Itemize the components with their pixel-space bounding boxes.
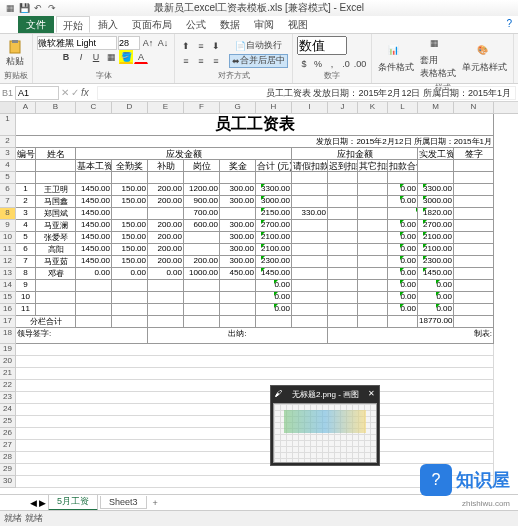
cell[interactable]: 300.00 [220, 256, 256, 268]
cell[interactable] [328, 208, 358, 220]
cell[interactable] [454, 316, 494, 328]
cell[interactable] [16, 344, 494, 356]
align-center-icon[interactable]: ≡ [194, 54, 208, 68]
cell[interactable] [454, 256, 494, 268]
cell[interactable] [220, 304, 256, 316]
cell[interactable]: 签字 [454, 148, 494, 160]
cell[interactable]: 150.00 [112, 184, 148, 196]
cell[interactable] [454, 220, 494, 232]
cell[interactable] [358, 196, 388, 208]
cell[interactable] [112, 172, 148, 184]
cell[interactable] [358, 256, 388, 268]
cell[interactable] [36, 304, 76, 316]
cell[interactable]: 邓睿 [36, 268, 76, 280]
cell[interactable] [292, 292, 328, 304]
cell[interactable] [112, 304, 148, 316]
col-header[interactable]: C [76, 102, 112, 113]
cell[interactable] [220, 316, 256, 328]
number-format-select[interactable] [297, 36, 347, 55]
cell[interactable] [358, 268, 388, 280]
cell[interactable] [358, 304, 388, 316]
align-right-icon[interactable]: ≡ [209, 54, 223, 68]
cell[interactable]: 1200.00 [184, 184, 220, 196]
cell[interactable] [358, 244, 388, 256]
cell[interactable]: 3300.00 [256, 184, 292, 196]
row-header[interactable]: 29 [0, 464, 16, 476]
cell[interactable]: 700.00 [184, 208, 220, 220]
cell[interactable] [256, 316, 292, 328]
cell[interactable] [16, 160, 36, 172]
cell[interactable] [328, 292, 358, 304]
cell[interactable] [328, 268, 358, 280]
tab-review[interactable]: 审阅 [248, 16, 280, 33]
cell[interactable]: 450.00 [220, 268, 256, 280]
cell[interactable]: 300.00 [220, 184, 256, 196]
cell[interactable] [328, 172, 358, 184]
sig-maker[interactable]: 制表: [328, 328, 494, 344]
row-header[interactable]: 12 [0, 256, 16, 268]
cell[interactable]: 2150.00 [256, 208, 292, 220]
tab-formulas[interactable]: 公式 [180, 16, 212, 33]
percent-icon[interactable]: % [311, 57, 325, 71]
cell[interactable] [328, 220, 358, 232]
col-header[interactable]: B [36, 102, 76, 113]
cell[interactable] [16, 356, 494, 368]
tab-home[interactable]: 开始 [56, 16, 90, 33]
row-header[interactable]: 26 [0, 428, 16, 440]
row-header[interactable]: 6 [0, 184, 16, 196]
cell[interactable]: 0.00 [148, 268, 184, 280]
cell[interactable] [220, 292, 256, 304]
cell[interactable]: 1450.00 [76, 196, 112, 208]
wrap-text-button[interactable]: 📄 自动换行 [229, 39, 288, 53]
cell[interactable] [148, 292, 184, 304]
cell[interactable] [358, 292, 388, 304]
cell[interactable]: 900.00 [184, 196, 220, 208]
cell[interactable]: 姓名 [36, 148, 76, 160]
row-header[interactable]: 2 [0, 136, 16, 148]
row-header[interactable]: 21 [0, 368, 16, 380]
row-header[interactable]: 5 [0, 172, 16, 184]
merge-center-button[interactable]: ⬌ 合并后居中 [229, 54, 288, 68]
align-top-icon[interactable]: ⬆ [179, 39, 193, 53]
add-sheet-button[interactable]: + [149, 498, 162, 508]
cell[interactable]: 1000.00 [184, 268, 220, 280]
tab-view[interactable]: 视图 [282, 16, 314, 33]
cell[interactable] [16, 172, 36, 184]
cell[interactable] [16, 380, 494, 392]
shrink-font-icon[interactable]: A↓ [156, 36, 170, 50]
cancel-icon[interactable]: ✕ [61, 87, 69, 98]
format-table-button[interactable]: ▦套用 表格格式 [418, 36, 458, 82]
cell[interactable]: 张爱琴 [36, 232, 76, 244]
cell[interactable]: 0.00 [388, 220, 418, 232]
cell[interactable]: 补助 [148, 160, 184, 172]
cell[interactable] [16, 368, 494, 380]
cell[interactable]: 0.00 [76, 268, 112, 280]
undo-icon[interactable]: ↶ [32, 2, 44, 14]
cell-styles-button[interactable]: 🎨单元格样式 [460, 43, 509, 76]
col-header[interactable]: I [292, 102, 328, 113]
cell[interactable] [418, 172, 454, 184]
cell[interactable]: 200.00 [148, 232, 184, 244]
font-name-select[interactable] [37, 36, 117, 50]
cell[interactable] [148, 172, 184, 184]
cell[interactable]: 2300.00 [256, 256, 292, 268]
cell[interactable]: 0.00 [256, 292, 292, 304]
cell[interactable] [292, 268, 328, 280]
inc-decimal-icon[interactable]: .0 [339, 57, 353, 71]
cell[interactable] [292, 196, 328, 208]
col-header[interactable]: K [358, 102, 388, 113]
cell[interactable]: 0.00 [418, 292, 454, 304]
cell[interactable]: 其它扣款(元) [358, 160, 388, 172]
cell[interactable] [292, 244, 328, 256]
cell[interactable]: 1450.00 [76, 220, 112, 232]
cell[interactable] [292, 256, 328, 268]
cell[interactable] [184, 244, 220, 256]
cell[interactable]: 150.00 [112, 196, 148, 208]
spreadsheet[interactable]: ABCDEFGHIJKLMN 1员工工资表2发放日期：2015年2月12日 所属… [0, 102, 518, 494]
row-header[interactable]: 4 [0, 160, 16, 172]
col-header[interactable]: E [148, 102, 184, 113]
cell[interactable] [36, 160, 76, 172]
cell[interactable] [76, 304, 112, 316]
row-header[interactable]: 17 [0, 316, 16, 328]
cell[interactable] [184, 304, 220, 316]
